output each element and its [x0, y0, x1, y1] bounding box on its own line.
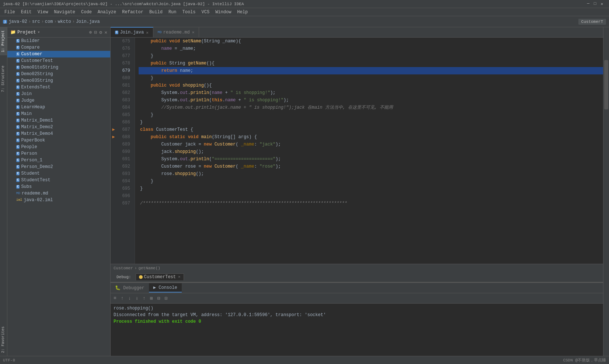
tree-item-student[interactable]: C Student	[7, 170, 110, 177]
breadcrumb-src[interactable]: src	[32, 19, 40, 24]
tree-label-people: People	[21, 144, 37, 150]
menu-build[interactable]: Build	[146, 9, 166, 15]
vtab-structure[interactable]: 7: Structure	[0, 63, 7, 95]
class-icon-extendstest: C	[16, 85, 20, 89]
scrollbar-thumb[interactable]	[604, 60, 608, 109]
menu-refactor[interactable]: Refactor	[119, 9, 146, 15]
console-btn-up1[interactable]: ↑	[119, 295, 125, 302]
menu-navigate[interactable]: Navigate	[51, 9, 78, 15]
console-btn-up2[interactable]: ↑	[141, 295, 147, 302]
class-icon-subs: C	[16, 185, 20, 189]
menu-help[interactable]: Help	[234, 9, 251, 15]
tree-item-readme[interactable]: MD reademe.md	[7, 190, 110, 197]
code-line-694: }	[139, 178, 603, 185]
tree-item-builder[interactable]: C Builder	[7, 38, 110, 44]
tree-item-demo01[interactable]: C Demo01toString	[7, 64, 110, 71]
console-btn-menu[interactable]: ≡	[112, 295, 118, 302]
status-right: CSDN @不熬饭，早点睡	[563, 357, 606, 363]
tab-bar: C Join.java ✕ MD reademe.md ✕	[111, 27, 603, 38]
breadcrumb-com[interactable]: com	[45, 19, 53, 24]
editor-area: C Join.java ✕ MD reademe.md ✕	[111, 27, 603, 356]
panel-settings-icon[interactable]: ⚙	[99, 29, 102, 35]
status-left: UTF-8	[3, 358, 15, 363]
tab-console[interactable]: ▶ Console	[149, 283, 182, 293]
tree-label-customer: Customer	[21, 52, 42, 57]
tree-item-join[interactable]: C Join	[7, 91, 110, 97]
class-icon-join: C	[16, 92, 20, 96]
code-line-687: class CustomerTest {	[139, 126, 603, 133]
tree-item-customertest[interactable]: C CustomerTest	[7, 57, 110, 64]
tree-item-extendstest[interactable]: C ExtendsTest	[7, 84, 110, 91]
status-bar: UTF-8 CSDN @不熬饭，早点睡	[0, 356, 609, 364]
console-btn-grid1[interactable]: ⊞	[149, 295, 154, 302]
class-icon-paperbook: C	[16, 139, 20, 142]
code-content[interactable]: public void setName(String _name){ name …	[135, 38, 603, 264]
menu-code[interactable]: Code	[78, 9, 95, 15]
panel-collapse-icon[interactable]: ⊟	[94, 29, 97, 35]
tab-close-readme[interactable]: ✕	[192, 30, 195, 35]
class-icon-people: C	[16, 145, 20, 149]
panel-locate-icon[interactable]: ⊕	[89, 29, 92, 35]
tab-close-join[interactable]: ✕	[146, 30, 149, 35]
code-line-688: public static void main(String[] args) {	[139, 133, 603, 141]
console-btn-down[interactable]: ↓	[127, 295, 133, 302]
debug-tab-close[interactable]: ×	[178, 275, 181, 279]
minimize-btn[interactable]: ─	[587, 1, 589, 6]
console-btn-grid2[interactable]: ⊟	[156, 295, 162, 302]
tree-item-demo03[interactable]: C Demo03String	[7, 77, 110, 84]
tree-item-judge[interactable]: C Judge	[7, 97, 110, 104]
tab-join-java[interactable]: C Join.java ✕	[111, 27, 153, 37]
breadcrumb-wkcto[interactable]: wkcto	[58, 19, 71, 24]
console-btn-down2[interactable]: ⇩	[134, 295, 140, 302]
menu-edit[interactable]: Edit	[18, 9, 35, 15]
menu-window[interactable]: Window	[212, 9, 234, 15]
vtab-favorites[interactable]: 2: Favorites	[0, 323, 7, 356]
class-icon-customertest: C	[16, 59, 20, 63]
tab-debugger[interactable]: 🐛 Debugger	[111, 284, 149, 292]
bc-customer[interactable]: Customer	[114, 266, 133, 270]
tree-item-paperbook[interactable]: C PaperBook	[7, 137, 110, 144]
menu-analyze[interactable]: Analyze	[95, 9, 119, 15]
project-dropdown-icon[interactable]: ▾	[37, 29, 40, 35]
tree-item-subs[interactable]: C Subs	[7, 183, 110, 190]
tree-item-main[interactable]: C Main	[7, 111, 110, 117]
tab-readme[interactable]: MD reademe.md ✕	[153, 27, 199, 37]
tree-item-iml[interactable]: iml java-02.iml	[7, 197, 110, 203]
tree-item-learnheap[interactable]: C LearnHeap	[7, 104, 110, 111]
tree-item-matrix4[interactable]: C Matrix_Demo4	[7, 130, 110, 137]
menu-file[interactable]: File	[1, 9, 18, 15]
breadcrumb-joinjava[interactable]: Join.java	[76, 19, 100, 24]
bottom-panel: 🐛 Debugger ▶ Console ≡ ↑ ↓ ⇩ ↑ ⊞ ⊟ ⊡	[111, 282, 603, 356]
code-line-691: System.out.println("====================…	[139, 155, 603, 163]
arrow-687[interactable]: ▶	[112, 126, 115, 133]
arrow-688[interactable]: ▶	[112, 133, 115, 141]
class-icon-compare: C	[16, 46, 20, 49]
menu-vcs[interactable]: VCS	[199, 9, 213, 15]
tab-label-join: Join.java	[120, 30, 144, 35]
tree-item-person[interactable]: C Person	[7, 150, 110, 157]
tree-item-matrix1[interactable]: C Matrix_Demo1	[7, 117, 110, 124]
panel-close-icon[interactable]: ✕	[104, 29, 107, 35]
tree-item-demo02[interactable]: C Demo02String	[7, 71, 110, 77]
title-bar: java-02 [D:\ruanjian\IDEA\projects\java-…	[0, 0, 609, 8]
tree-item-studenttest[interactable]: C StudentTest	[7, 177, 110, 183]
tree-item-persondemo2[interactable]: C Person_Demo2	[7, 164, 110, 170]
tree-item-compare[interactable]: C Compare	[7, 44, 110, 51]
menu-view[interactable]: View	[35, 9, 51, 15]
tree-item-matrix2[interactable]: C Matrix_Demo2	[7, 124, 110, 130]
debug-tab-label[interactable]: CustomerTest	[144, 274, 176, 280]
code-line-685: }	[139, 111, 603, 119]
close-btn[interactable]: ✕	[601, 1, 603, 6]
menu-run[interactable]: Run	[166, 9, 180, 15]
tree-item-person1[interactable]: C Person_1	[7, 157, 110, 164]
tree-item-customer[interactable]: C Customer	[7, 51, 110, 57]
tree-item-people[interactable]: C People	[7, 144, 110, 150]
debug-tab-icon	[139, 275, 143, 279]
bc-getname[interactable]: getName()	[138, 266, 160, 270]
console-btn-grid3[interactable]: ⊡	[163, 295, 169, 302]
breadcrumb-java02[interactable]: java-02	[8, 19, 27, 24]
class-icon-matrix2: C	[16, 125, 20, 129]
maximize-btn[interactable]: □	[594, 1, 596, 6]
vtab-project[interactable]: 1: Project	[0, 27, 7, 55]
menu-tools[interactable]: Tools	[180, 9, 199, 15]
